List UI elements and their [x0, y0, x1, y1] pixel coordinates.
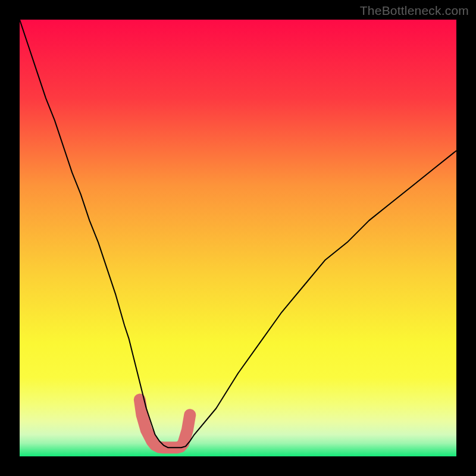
- bottleneck-curve: [20, 20, 456, 447]
- chart-frame: TheBottleneck.com: [0, 0, 476, 476]
- highlight-band: [140, 400, 190, 448]
- plot-area: [20, 20, 456, 456]
- watermark-label: TheBottleneck.com: [360, 4, 469, 18]
- chart-curves: [20, 20, 456, 456]
